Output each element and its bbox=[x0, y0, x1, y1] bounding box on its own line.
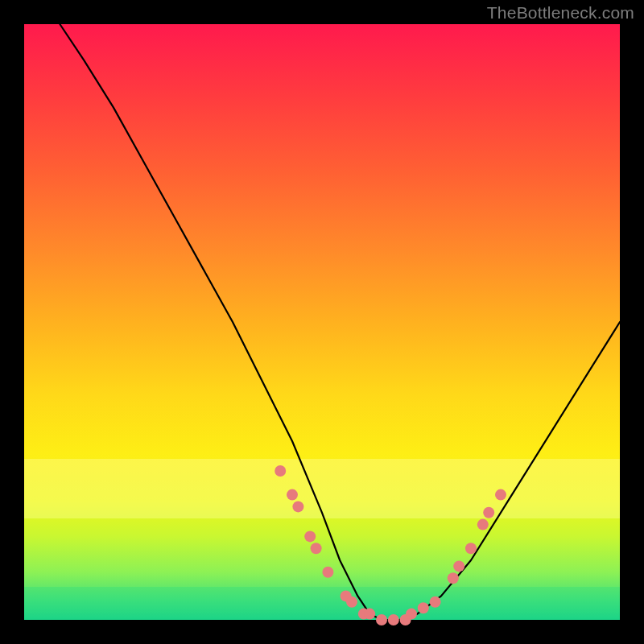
threshold-dot bbox=[388, 614, 399, 625]
threshold-dot bbox=[287, 489, 298, 501]
threshold-dot bbox=[465, 543, 477, 554]
threshold-dot bbox=[418, 602, 429, 613]
threshold-dot bbox=[430, 597, 441, 608]
watermark-text: TheBottleneck.com bbox=[487, 3, 634, 23]
bottleneck-curve bbox=[60, 24, 620, 620]
threshold-dot bbox=[364, 609, 375, 620]
threshold-dot bbox=[346, 597, 357, 608]
threshold-dot bbox=[477, 519, 489, 530]
threshold-dots-group bbox=[275, 465, 506, 625]
threshold-dot bbox=[448, 572, 459, 584]
threshold-dot bbox=[304, 530, 316, 542]
threshold-dot bbox=[322, 567, 333, 578]
chart-plot-area bbox=[24, 24, 620, 620]
threshold-dot bbox=[275, 465, 286, 477]
threshold-dot bbox=[406, 609, 417, 620]
chart-frame: TheBottleneck.com bbox=[0, 0, 644, 644]
threshold-dot bbox=[495, 489, 506, 501]
chart-svg bbox=[24, 24, 620, 620]
threshold-dot bbox=[292, 501, 303, 512]
threshold-dot bbox=[483, 507, 494, 518]
threshold-dot bbox=[453, 560, 464, 572]
threshold-dot bbox=[311, 543, 322, 554]
threshold-dot bbox=[376, 614, 387, 625]
